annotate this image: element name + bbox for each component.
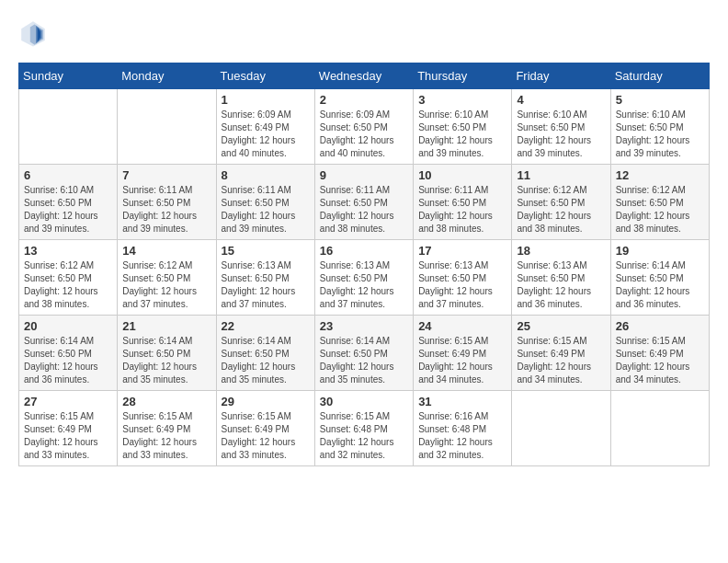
calendar-cell: 6Sunrise: 6:10 AM Sunset: 6:50 PM Daylig…: [19, 165, 118, 240]
day-detail: Sunrise: 6:13 AM Sunset: 6:50 PM Dayligh…: [418, 259, 506, 311]
calendar-cell: 5Sunrise: 6:10 AM Sunset: 6:50 PM Daylig…: [610, 89, 709, 165]
calendar-table: SundayMondayTuesdayWednesdayThursdayFrid…: [18, 63, 710, 466]
day-detail: Sunrise: 6:11 AM Sunset: 6:50 PM Dayligh…: [418, 184, 506, 236]
day-detail: Sunrise: 6:13 AM Sunset: 6:50 PM Dayligh…: [517, 259, 605, 311]
calendar-cell: [512, 391, 610, 466]
day-number: 28: [122, 395, 210, 408]
logo-icon: [18, 18, 48, 48]
calendar-cell: 2Sunrise: 6:09 AM Sunset: 6:50 PM Daylig…: [314, 89, 413, 165]
day-number: 29: [222, 395, 310, 408]
day-number: 13: [24, 244, 112, 258]
calendar-cell: 14Sunrise: 6:12 AM Sunset: 6:50 PM Dayli…: [118, 240, 216, 316]
day-number: 9: [320, 168, 408, 182]
day-number: 23: [320, 319, 408, 333]
calendar-cell: [610, 391, 709, 466]
calendar-header-row: SundayMondayTuesdayWednesdayThursdayFrid…: [19, 63, 710, 89]
day-number: 18: [517, 244, 605, 258]
day-number: 22: [222, 319, 310, 333]
page-header: [18, 18, 710, 48]
day-detail: Sunrise: 6:12 AM Sunset: 6:50 PM Dayligh…: [616, 184, 704, 236]
day-number: 10: [418, 168, 506, 182]
calendar-cell: 25Sunrise: 6:15 AM Sunset: 6:49 PM Dayli…: [512, 316, 610, 391]
calendar-week-row: 20Sunrise: 6:14 AM Sunset: 6:50 PM Dayli…: [19, 316, 710, 391]
col-header-tuesday: Tuesday: [216, 63, 314, 89]
day-detail: Sunrise: 6:15 AM Sunset: 6:48 PM Dayligh…: [320, 410, 408, 462]
calendar-cell: 17Sunrise: 6:13 AM Sunset: 6:50 PM Dayli…: [414, 240, 512, 316]
day-detail: Sunrise: 6:09 AM Sunset: 6:50 PM Dayligh…: [320, 109, 408, 160]
day-number: 17: [418, 244, 506, 258]
calendar-cell: 22Sunrise: 6:14 AM Sunset: 6:50 PM Dayli…: [216, 316, 314, 391]
day-number: 24: [418, 319, 506, 333]
calendar-cell: 3Sunrise: 6:10 AM Sunset: 6:50 PM Daylig…: [414, 89, 512, 165]
calendar-cell: 30Sunrise: 6:15 AM Sunset: 6:48 PM Dayli…: [314, 391, 413, 466]
day-number: 14: [122, 244, 210, 258]
day-number: 19: [616, 244, 704, 258]
calendar-cell: 12Sunrise: 6:12 AM Sunset: 6:50 PM Dayli…: [610, 165, 709, 240]
calendar-cell: 23Sunrise: 6:14 AM Sunset: 6:50 PM Dayli…: [314, 316, 413, 391]
day-detail: Sunrise: 6:10 AM Sunset: 6:50 PM Dayligh…: [616, 109, 704, 160]
calendar-cell: 10Sunrise: 6:11 AM Sunset: 6:50 PM Dayli…: [414, 165, 512, 240]
calendar-cell: 29Sunrise: 6:15 AM Sunset: 6:49 PM Dayli…: [216, 391, 314, 466]
day-detail: Sunrise: 6:11 AM Sunset: 6:50 PM Dayligh…: [122, 184, 210, 236]
calendar-cell: 9Sunrise: 6:11 AM Sunset: 6:50 PM Daylig…: [314, 165, 413, 240]
calendar-cell: 13Sunrise: 6:12 AM Sunset: 6:50 PM Dayli…: [19, 240, 118, 316]
calendar-cell: 18Sunrise: 6:13 AM Sunset: 6:50 PM Dayli…: [512, 240, 610, 316]
calendar-cell: 16Sunrise: 6:13 AM Sunset: 6:50 PM Dayli…: [314, 240, 413, 316]
col-header-monday: Monday: [118, 63, 216, 89]
day-number: 26: [616, 319, 704, 333]
day-detail: Sunrise: 6:14 AM Sunset: 6:50 PM Dayligh…: [222, 335, 310, 386]
day-detail: Sunrise: 6:15 AM Sunset: 6:49 PM Dayligh…: [517, 335, 605, 386]
logo: [18, 18, 51, 48]
day-detail: Sunrise: 6:15 AM Sunset: 6:49 PM Dayligh…: [122, 410, 210, 462]
calendar-cell: 1Sunrise: 6:09 AM Sunset: 6:49 PM Daylig…: [216, 89, 314, 165]
calendar-cell: 15Sunrise: 6:13 AM Sunset: 6:50 PM Dayli…: [216, 240, 314, 316]
day-detail: Sunrise: 6:14 AM Sunset: 6:50 PM Dayligh…: [24, 335, 112, 386]
day-detail: Sunrise: 6:13 AM Sunset: 6:50 PM Dayligh…: [222, 259, 310, 311]
day-number: 27: [24, 395, 112, 408]
day-detail: Sunrise: 6:14 AM Sunset: 6:50 PM Dayligh…: [616, 259, 704, 311]
day-detail: Sunrise: 6:11 AM Sunset: 6:50 PM Dayligh…: [222, 184, 310, 236]
day-detail: Sunrise: 6:15 AM Sunset: 6:49 PM Dayligh…: [616, 335, 704, 386]
calendar-cell: 20Sunrise: 6:14 AM Sunset: 6:50 PM Dayli…: [19, 316, 118, 391]
calendar-cell: 21Sunrise: 6:14 AM Sunset: 6:50 PM Dayli…: [118, 316, 216, 391]
calendar-cell: 4Sunrise: 6:10 AM Sunset: 6:50 PM Daylig…: [512, 89, 610, 165]
day-detail: Sunrise: 6:14 AM Sunset: 6:50 PM Dayligh…: [320, 335, 408, 386]
calendar-week-row: 6Sunrise: 6:10 AM Sunset: 6:50 PM Daylig…: [19, 165, 710, 240]
day-detail: Sunrise: 6:12 AM Sunset: 6:50 PM Dayligh…: [122, 259, 210, 311]
day-detail: Sunrise: 6:11 AM Sunset: 6:50 PM Dayligh…: [320, 184, 408, 236]
col-header-thursday: Thursday: [414, 63, 512, 89]
calendar-cell: 19Sunrise: 6:14 AM Sunset: 6:50 PM Dayli…: [610, 240, 709, 316]
day-number: 21: [122, 319, 210, 333]
calendar-cell: 27Sunrise: 6:15 AM Sunset: 6:49 PM Dayli…: [19, 391, 118, 466]
day-detail: Sunrise: 6:10 AM Sunset: 6:50 PM Dayligh…: [517, 109, 605, 160]
day-detail: Sunrise: 6:15 AM Sunset: 6:49 PM Dayligh…: [222, 410, 310, 462]
day-number: 31: [418, 395, 506, 408]
calendar-cell: 24Sunrise: 6:15 AM Sunset: 6:49 PM Dayli…: [414, 316, 512, 391]
day-number: 11: [517, 168, 605, 182]
day-number: 30: [320, 395, 408, 408]
day-detail: Sunrise: 6:09 AM Sunset: 6:49 PM Dayligh…: [222, 109, 310, 160]
day-number: 8: [222, 168, 310, 182]
day-number: 7: [122, 168, 210, 182]
day-number: 5: [616, 93, 704, 107]
day-number: 4: [517, 93, 605, 107]
day-detail: Sunrise: 6:13 AM Sunset: 6:50 PM Dayligh…: [320, 259, 408, 311]
day-number: 15: [222, 244, 310, 258]
day-number: 3: [418, 93, 506, 107]
day-detail: Sunrise: 6:15 AM Sunset: 6:49 PM Dayligh…: [418, 335, 506, 386]
day-number: 25: [517, 319, 605, 333]
calendar-cell: [118, 89, 216, 165]
col-header-wednesday: Wednesday: [314, 63, 413, 89]
calendar-week-row: 1Sunrise: 6:09 AM Sunset: 6:49 PM Daylig…: [19, 89, 710, 165]
col-header-sunday: Sunday: [19, 63, 118, 89]
calendar-cell: 31Sunrise: 6:16 AM Sunset: 6:48 PM Dayli…: [414, 391, 512, 466]
calendar-week-row: 13Sunrise: 6:12 AM Sunset: 6:50 PM Dayli…: [19, 240, 710, 316]
day-detail: Sunrise: 6:14 AM Sunset: 6:50 PM Dayligh…: [122, 335, 210, 386]
day-detail: Sunrise: 6:10 AM Sunset: 6:50 PM Dayligh…: [418, 109, 506, 160]
day-number: 16: [320, 244, 408, 258]
col-header-friday: Friday: [512, 63, 610, 89]
calendar-cell: 11Sunrise: 6:12 AM Sunset: 6:50 PM Dayli…: [512, 165, 610, 240]
day-detail: Sunrise: 6:12 AM Sunset: 6:50 PM Dayligh…: [24, 259, 112, 311]
day-number: 1: [222, 93, 310, 107]
calendar-week-row: 27Sunrise: 6:15 AM Sunset: 6:49 PM Dayli…: [19, 391, 710, 466]
